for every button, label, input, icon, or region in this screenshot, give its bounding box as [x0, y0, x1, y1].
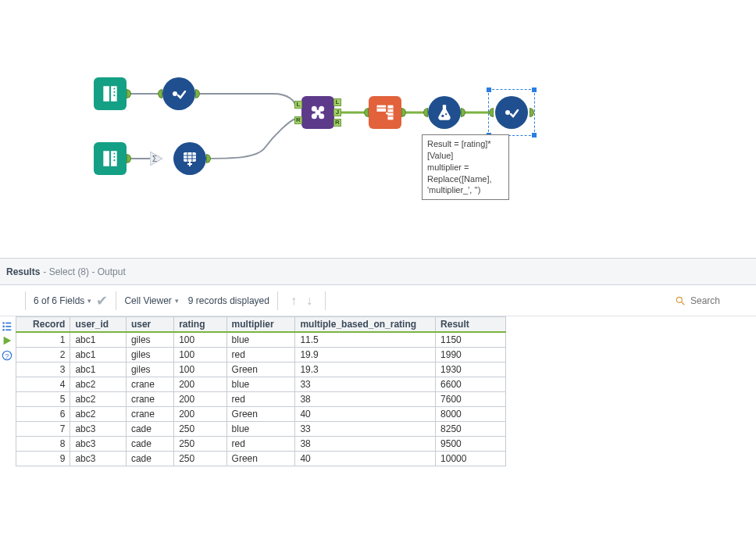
table-cell[interactable]: 7600 [436, 392, 506, 407]
output-anchor[interactable] [195, 89, 200, 98]
table-cell[interactable]: cade [126, 452, 173, 466]
table-cell[interactable]: 11.5 [295, 332, 436, 348]
table-cell[interactable]: abc3 [70, 422, 126, 437]
table-cell[interactable]: 100 [174, 362, 226, 377]
output-anchor[interactable] [127, 89, 131, 98]
column-header[interactable]: multiple_based_on_rating [295, 317, 436, 333]
input-anchor[interactable] [423, 108, 428, 117]
table-cell[interactable]: crane [126, 407, 173, 422]
results-table[interactable]: Recorduser_iduserratingmultipliermultipl… [16, 316, 506, 466]
output-anchor[interactable] [127, 154, 131, 163]
column-header[interactable]: Result [436, 317, 506, 333]
table-cell[interactable]: abc2 [70, 392, 126, 407]
table-cell[interactable]: giles [126, 362, 173, 377]
table-cell[interactable]: 6600 [436, 377, 506, 392]
table-row[interactable]: 3abc1giles100Green19.31930 [16, 362, 506, 377]
table-cell[interactable]: 250 [174, 452, 226, 466]
fields-dropdown[interactable]: 6 of 6 Fields ▾ ✔ [34, 285, 108, 316]
arrow-down-icon[interactable]: ↓ [306, 294, 312, 308]
table-cell[interactable]: 38 [295, 392, 436, 407]
table-cell[interactable]: red [226, 437, 295, 452]
table-row[interactable]: 9abc3cade250Green4010000 [16, 452, 506, 466]
output-anchor[interactable] [461, 108, 465, 117]
table-cell[interactable]: giles [126, 348, 173, 362]
column-header[interactable]: user_id [70, 317, 126, 333]
table-cell[interactable]: 19.3 [295, 362, 436, 377]
table-cell[interactable]: Green [226, 362, 295, 377]
table-cell[interactable]: 1930 [436, 362, 506, 377]
cell-viewer-dropdown[interactable]: Cell Viewer ▾ [124, 285, 178, 316]
table-cell[interactable]: 8000 [436, 407, 506, 422]
table-row[interactable]: 5abc2crane200red387600 [16, 392, 506, 407]
table-cell[interactable]: 10000 [436, 452, 506, 466]
table-cell[interactable]: abc3 [70, 452, 126, 466]
join-port-L-in[interactable]: L [294, 101, 302, 109]
table-row[interactable]: 2abc1giles100red19.91990 [16, 348, 506, 362]
table-cell[interactable]: cade [126, 437, 173, 452]
table-cell[interactable]: 8 [16, 437, 70, 452]
output-anchor[interactable] [206, 154, 211, 163]
column-header[interactable]: user [126, 317, 173, 333]
input-anchor[interactable] [364, 108, 369, 117]
table-cell[interactable]: 33 [295, 377, 436, 392]
table-cell[interactable]: crane [126, 377, 173, 392]
table-cell[interactable]: 6 [16, 407, 70, 422]
table-cell[interactable]: 100 [174, 348, 226, 362]
table-cell[interactable]: 250 [174, 437, 226, 452]
table-cell[interactable]: abc1 [70, 348, 126, 362]
output-select-tool[interactable] [495, 96, 528, 129]
table-cell[interactable]: 1990 [436, 348, 506, 362]
join-port-L-out[interactable]: L [333, 98, 341, 106]
select-tool[interactable] [162, 77, 195, 110]
input-tool-1[interactable] [94, 77, 127, 110]
table-cell[interactable]: abc2 [70, 407, 126, 422]
table-cell[interactable]: blue [226, 332, 295, 348]
join-port-R-in[interactable]: R [294, 116, 302, 124]
table-cell[interactable]: giles [126, 332, 173, 348]
input-anchor[interactable] [489, 108, 494, 117]
join-tool[interactable] [301, 96, 334, 129]
table-cell[interactable]: cade [126, 422, 173, 437]
table-cell[interactable]: 19.9 [295, 348, 436, 362]
table-cell[interactable]: 4 [16, 377, 70, 392]
input-tool-2[interactable] [94, 142, 127, 175]
table-cell[interactable]: crane [126, 392, 173, 407]
formula-tool[interactable] [428, 96, 461, 129]
play-icon[interactable] [2, 335, 12, 346]
table-cell[interactable]: 5 [16, 392, 70, 407]
table-cell[interactable]: blue [226, 377, 295, 392]
table-cell[interactable]: abc1 [70, 362, 126, 377]
table-cell[interactable]: 40 [295, 452, 436, 466]
table-cell[interactable]: blue [226, 422, 295, 437]
table-row[interactable]: 8abc3cade250red389500 [16, 437, 506, 452]
table-cell[interactable]: 3 [16, 362, 70, 377]
list-dots-icon[interactable] [2, 320, 12, 331]
table-cell[interactable]: 200 [174, 392, 226, 407]
table-cell[interactable]: 40 [295, 407, 436, 422]
table-cell[interactable]: Green [226, 452, 295, 466]
column-header[interactable]: rating [174, 317, 226, 333]
table-cell[interactable]: red [226, 392, 295, 407]
table-cell[interactable]: 7 [16, 422, 70, 437]
table-cell[interactable]: 9500 [436, 437, 506, 452]
table-cell[interactable]: 9 [16, 452, 70, 466]
table-cell[interactable]: 200 [174, 377, 226, 392]
table-cell[interactable]: abc2 [70, 377, 126, 392]
table-cell[interactable]: 1 [16, 332, 70, 348]
table-cell[interactable]: red [226, 348, 295, 362]
table-cell[interactable]: abc1 [70, 332, 126, 348]
table-cell[interactable]: 250 [174, 422, 226, 437]
formula-annotation[interactable]: Result = [rating]* [Value] multiplier = … [422, 134, 509, 200]
output-anchor[interactable] [401, 108, 406, 117]
table-cell[interactable]: 33 [295, 422, 436, 437]
join-port-R-out[interactable]: R [333, 119, 341, 127]
table-row[interactable]: 6abc2crane200Green408000 [16, 407, 506, 422]
arrow-up-icon[interactable]: ↑ [291, 294, 297, 308]
table-row[interactable]: 7abc3cade250blue338250 [16, 422, 506, 437]
summarize-tool[interactable] [369, 96, 401, 129]
table-cell[interactable]: Green [226, 407, 295, 422]
table-cell[interactable]: 38 [295, 437, 436, 452]
column-header[interactable]: multiplier [226, 317, 295, 333]
table-cell[interactable]: 1150 [436, 332, 506, 348]
workflow-canvas[interactable]: Σ L R L J R Result = [rating]* [Value] m… [0, 0, 756, 258]
